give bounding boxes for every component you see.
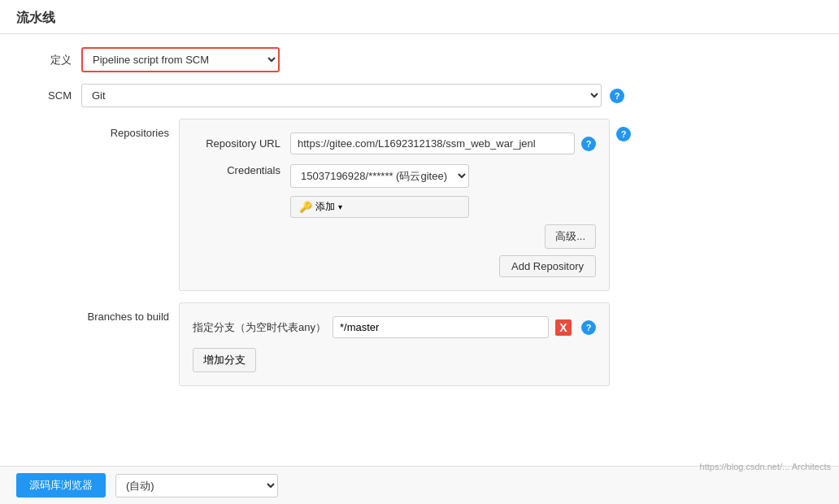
key-icon: 🔑 xyxy=(299,201,312,213)
repositories-box: Repository URL ? Credentials 15037196928… xyxy=(179,119,610,291)
definition-label: 定义 xyxy=(16,47,81,67)
repo-url-input[interactable] xyxy=(290,133,575,154)
source-browser-button[interactable]: 源码库浏览器 xyxy=(16,473,106,497)
content-area: 定义 Pipeline script from SCM SCM Git ? xyxy=(0,34,839,411)
branch-help-icon[interactable]: ? xyxy=(581,320,596,335)
credentials-row: Credentials 15037196928/****** (码云gitee)… xyxy=(193,164,596,218)
dropdown-arrow-icon: ▾ xyxy=(338,202,342,211)
branches-row: Branches to build 指定分支（为空时代表any） X ? 增加分… xyxy=(16,302,823,386)
repositories-label: Repositories xyxy=(16,119,179,139)
branch-form-row: 指定分支（为空时代表any） X ? xyxy=(193,316,596,338)
branches-label: Branches to build xyxy=(16,302,179,323)
section-title: 流水线 xyxy=(16,11,55,24)
repo-url-label: Repository URL xyxy=(193,137,290,150)
repo-url-row: Repository URL ? xyxy=(193,133,596,154)
definition-select-wrapper: Pipeline script from SCM xyxy=(81,47,280,72)
definition-select[interactable]: Pipeline script from SCM xyxy=(83,49,278,71)
credentials-content: 15037196928/****** (码云gitee) 🔑 添加 ▾ xyxy=(290,164,469,218)
scm-select[interactable]: Git xyxy=(81,84,602,107)
repo-url-help-icon[interactable]: ? xyxy=(581,137,596,151)
bottom-bar: 源码库浏览器 (自动) xyxy=(0,466,839,504)
section-header: 流水线 xyxy=(0,0,839,34)
scm-label: SCM xyxy=(16,84,81,102)
advanced-button[interactable]: 高级... xyxy=(545,224,596,249)
scm-control: Git ? xyxy=(81,84,823,107)
credentials-label: Credentials xyxy=(193,164,290,176)
branches-box: 指定分支（为空时代表any） X ? 增加分支 xyxy=(179,302,610,386)
definition-control: Pipeline script from SCM xyxy=(81,47,823,72)
scm-row: SCM Git ? xyxy=(16,84,823,107)
add-branch-button[interactable]: 增加分支 xyxy=(193,348,256,372)
repositories-row: Repositories Repository URL ? Credential… xyxy=(16,119,823,291)
remove-branch-button[interactable]: X xyxy=(555,319,572,336)
add-repository-button[interactable]: Add Repository xyxy=(499,255,596,277)
page-wrapper: 流水线 定义 Pipeline script from SCM SCM Git xyxy=(0,0,839,504)
add-credentials-button[interactable]: 🔑 添加 ▾ xyxy=(290,196,469,218)
scm-help-icon[interactable]: ? xyxy=(610,89,624,103)
branch-label: 指定分支（为空时代表any） xyxy=(193,320,326,335)
branch-input[interactable] xyxy=(333,316,549,338)
repo-actions: 高级... Add Repository xyxy=(193,224,596,277)
repositories-help-icon[interactable]: ? xyxy=(616,127,631,141)
bottom-select[interactable]: (自动) xyxy=(115,474,278,497)
definition-row: 定义 Pipeline script from SCM xyxy=(16,47,823,72)
watermark: https://blog.csdn.net/... Architects xyxy=(700,462,831,471)
credentials-select[interactable]: 15037196928/****** (码云gitee) xyxy=(290,164,469,188)
